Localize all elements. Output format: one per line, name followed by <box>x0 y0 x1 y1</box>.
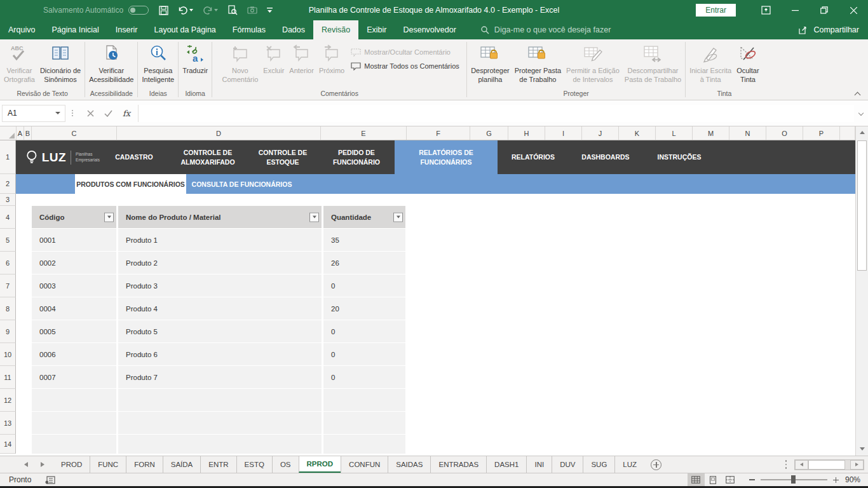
filter-dropdown-icon[interactable] <box>393 212 403 222</box>
row-header[interactable]: 11 <box>0 366 16 389</box>
tab-inserir[interactable]: Inserir <box>107 20 146 39</box>
row-header[interactable]: 13 <box>0 412 16 435</box>
column-header[interactable]: P <box>803 126 840 140</box>
confirm-entry-icon[interactable] <box>104 110 112 117</box>
sheet-tab-sug[interactable]: SUG <box>583 456 614 473</box>
cell-quantidade[interactable]: 0 <box>323 274 405 297</box>
protect-workbook-button[interactable]: Proteger Pasta de Trabalho <box>512 40 564 85</box>
tab-pagina-inicial[interactable]: Página Inicial <box>43 20 107 39</box>
cell-codigo[interactable]: 0006 <box>32 343 116 365</box>
new-sheet-button[interactable] <box>651 459 661 470</box>
column-header[interactable]: F <box>407 126 470 140</box>
cell-nome[interactable] <box>118 412 322 434</box>
cell-nome[interactable]: Produto 3 <box>118 274 322 297</box>
spell-check-button[interactable]: ABC Verificar Ortografia <box>1 40 37 85</box>
column-header[interactable]: H <box>508 126 545 140</box>
column-header[interactable]: I <box>545 126 582 140</box>
row-header[interactable]: 1 <box>0 140 16 174</box>
sign-in-button[interactable]: Entrar <box>696 4 736 17</box>
sheet-tab-estq[interactable]: ESTQ <box>236 456 272 473</box>
sheet-tab-forn[interactable]: FORN <box>126 456 163 473</box>
cell-codigo[interactable]: 0007 <box>32 366 116 388</box>
nav-item-pedido-funcionario[interactable]: PEDIDO DE FUNCIONÁRIO <box>318 140 395 174</box>
cell-nome[interactable]: Produto 7 <box>118 366 322 388</box>
cell-codigo[interactable]: 0002 <box>32 252 116 274</box>
row-header[interactable]: 7 <box>0 274 16 297</box>
cell-quantidade[interactable]: 0 <box>323 366 405 388</box>
column-header[interactable]: E <box>321 126 407 140</box>
hide-ink-button[interactable]: Ocultar Tinta <box>734 40 761 85</box>
print-preview-button[interactable] <box>227 5 238 15</box>
zoom-slider-thumb[interactable] <box>791 475 796 484</box>
cell-nome[interactable]: Produto 6 <box>118 343 322 365</box>
sheet-tab-entradas[interactable]: ENTRADAS <box>430 456 486 473</box>
row-header[interactable]: 4 <box>0 206 16 229</box>
scroll-right-arrow[interactable] <box>850 460 864 470</box>
formula-bar-handle[interactable] <box>72 110 73 116</box>
column-header[interactable]: O <box>766 126 803 140</box>
macro-record-icon[interactable] <box>45 476 55 484</box>
tell-me-search[interactable]: Diga-me o que você deseja fazer <box>481 25 611 34</box>
cell-quantidade[interactable] <box>323 435 405 454</box>
row-header[interactable]: 12 <box>0 389 16 412</box>
nav-item-cadastro[interactable]: CADASTRO <box>100 140 168 174</box>
sheet-tab-entr[interactable]: ENTR <box>200 456 236 473</box>
sheet-tab-rprod[interactable]: RPROD <box>299 456 341 473</box>
collapse-ribbon-button[interactable] <box>854 91 860 97</box>
column-header[interactable]: K <box>619 126 656 140</box>
zoom-in-button[interactable] <box>833 477 839 483</box>
column-header[interactable]: G <box>470 126 508 140</box>
nav-item-dashboards[interactable]: DASHBOARDS <box>569 140 642 174</box>
show-all-comments-button[interactable]: Mostrar Todos os Comentários <box>351 59 459 73</box>
tab-exibir[interactable]: Exibir <box>358 20 395 39</box>
sheet-tab-func[interactable]: FUNC <box>90 456 126 473</box>
normal-view-button[interactable] <box>688 473 705 486</box>
cell-codigo[interactable]: 0005 <box>32 320 116 342</box>
scroll-down-arrow[interactable] <box>856 443 868 454</box>
minimize-button[interactable] <box>780 0 810 20</box>
vertical-scrollbar[interactable] <box>855 126 868 456</box>
show-hide-comment-button[interactable]: Mostrar/Ocultar Comentário <box>351 45 459 59</box>
cell-codigo[interactable] <box>32 412 116 434</box>
tab-revisao[interactable]: Revisão <box>313 20 358 39</box>
ribbon-display-options-button[interactable] <box>751 0 780 20</box>
tab-formulas[interactable]: Fórmulas <box>224 20 274 39</box>
unprotect-sheet-button[interactable]: Desproteger planilha <box>468 40 512 85</box>
next-sheet-arrow[interactable] <box>41 462 44 467</box>
column-header[interactable]: A <box>17 126 24 140</box>
cell-quantidade[interactable]: 0 <box>323 343 405 365</box>
cell-nome[interactable]: Produto 5 <box>118 320 322 342</box>
sheet-tab-saidas[interactable]: SAIDAS <box>388 456 430 473</box>
autosave-control[interactable]: Salvamento Automático <box>43 6 149 15</box>
sheet-tab-dash1[interactable]: DASH1 <box>486 456 526 473</box>
autosave-toggle[interactable] <box>128 6 149 15</box>
tab-splitter-handle[interactable] <box>785 460 787 469</box>
unshare-workbook-button[interactable]: Descompartilhar Pasta de Trabalho <box>622 40 684 85</box>
cell-quantidade[interactable]: 0 <box>323 320 405 342</box>
filter-dropdown-icon[interactable] <box>104 212 114 222</box>
cell-nome[interactable]: Produto 2 <box>118 252 322 274</box>
column-header[interactable]: B <box>24 126 32 140</box>
zoom-level[interactable]: 90% <box>845 475 860 484</box>
column-header[interactable]: M <box>693 126 729 140</box>
row-header[interactable]: 6 <box>0 252 16 274</box>
previous-sheet-arrow[interactable] <box>24 462 28 467</box>
undo-button[interactable] <box>178 6 193 15</box>
column-header[interactable]: C <box>32 126 117 140</box>
page-break-preview-button[interactable] <box>722 473 739 486</box>
check-accessibility-button[interactable]: Verificar Acessibilidade <box>86 40 136 85</box>
nav-item-instrucoes[interactable]: INSTRUÇÕES <box>642 140 716 174</box>
row-header[interactable]: 10 <box>0 343 16 366</box>
column-header[interactable]: L <box>656 126 693 140</box>
share-button[interactable]: Compartilhar <box>799 25 859 34</box>
nav-item-relatorios-funcionarios[interactable]: RELATÓRIOS DE FUNCIONÁRIOS <box>395 140 498 174</box>
redo-button[interactable] <box>203 6 218 15</box>
save-button[interactable] <box>159 6 168 15</box>
cell-quantidade[interactable] <box>323 389 405 411</box>
cell-nome[interactable]: Produto 1 <box>118 229 322 251</box>
sheet-tab-ini[interactable]: INI <box>526 456 552 473</box>
column-header[interactable]: J <box>582 126 619 140</box>
cell-nome[interactable] <box>118 435 322 454</box>
sheet-tab-luz[interactable]: LUZ <box>614 456 644 473</box>
expand-formula-bar-button[interactable] <box>854 111 868 115</box>
